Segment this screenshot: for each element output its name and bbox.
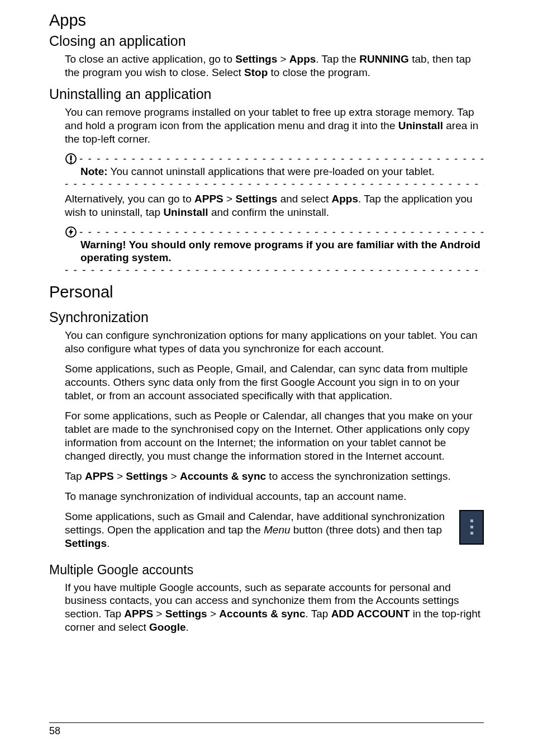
- paragraph-closing: To close an active application, go to Se…: [49, 53, 484, 79]
- page-number: 58: [49, 725, 60, 736]
- dashed-line: - - - - - - - - - - - - - - - - - - - - …: [65, 178, 484, 189]
- paragraph-uninstall-2: Alternatively, you can go to APPS > Sett…: [49, 192, 484, 219]
- paragraph-uninstall-1: You can remove programs installed on you…: [49, 106, 484, 146]
- paragraph-sync-5: To manage synchronization of individual …: [49, 490, 484, 503]
- note-text: Note: You cannot uninstall applications …: [65, 165, 484, 178]
- paragraph-sync-3: For some applications, such as People or…: [49, 409, 484, 463]
- paragraph-sync-1: You can configure synchronization option…: [49, 329, 484, 356]
- dashed-line: - - - - - - - - - - - - - - - - - - - - …: [79, 226, 484, 237]
- paragraph-sync-4: Tap APPS > Settings > Accounts & sync to…: [49, 470, 484, 483]
- paragraph-sync-6: Some applications, such as Gmail and Cal…: [65, 510, 484, 550]
- dashed-line: - - - - - - - - - - - - - - - - - - - - …: [65, 264, 484, 275]
- menu-three-dots-icon: [459, 510, 484, 545]
- warning-block: - - - - - - - - - - - - - - - - - - - - …: [65, 226, 484, 276]
- info-icon: [65, 153, 77, 165]
- warning-text: Warning! You should only remove programs…: [65, 238, 484, 265]
- heading-synchronization: Synchronization: [49, 309, 484, 325]
- page-footer: 58: [49, 722, 484, 737]
- dashed-line: - - - - - - - - - - - - - - - - - - - - …: [79, 153, 484, 164]
- svg-rect-1: [70, 155, 72, 160]
- paragraph-multiple: If you have multiple Google accounts, su…: [49, 581, 484, 635]
- heading-uninstalling-application: Uninstalling an application: [49, 86, 484, 102]
- heading-personal: Personal: [49, 283, 484, 301]
- lightning-icon: [65, 226, 77, 238]
- svg-rect-2: [70, 161, 72, 163]
- paragraph-sync-2: Some applications, such as People, Gmail…: [49, 362, 484, 403]
- heading-multiple-google-accounts: Multiple Google accounts: [49, 563, 484, 578]
- heading-apps: Apps: [49, 11, 484, 30]
- note-block: - - - - - - - - - - - - - - - - - - - - …: [65, 153, 484, 189]
- heading-closing-application: Closing an application: [49, 33, 484, 49]
